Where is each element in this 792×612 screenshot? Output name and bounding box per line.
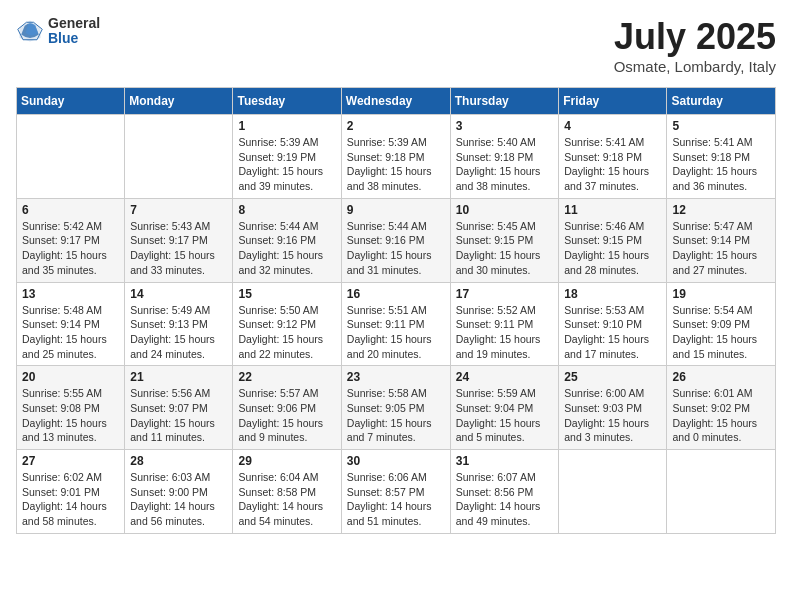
weekday-header: Friday — [559, 88, 667, 115]
calendar-day-cell: 3Sunrise: 5:40 AM Sunset: 9:18 PM Daylig… — [450, 115, 559, 199]
day-number: 6 — [22, 203, 119, 217]
calendar-day-cell: 5Sunrise: 5:41 AM Sunset: 9:18 PM Daylig… — [667, 115, 776, 199]
day-detail: Sunrise: 5:50 AM Sunset: 9:12 PM Dayligh… — [238, 303, 335, 362]
calendar-day-cell: 4Sunrise: 5:41 AM Sunset: 9:18 PM Daylig… — [559, 115, 667, 199]
location: Osmate, Lombardy, Italy — [614, 58, 776, 75]
day-detail: Sunrise: 5:44 AM Sunset: 9:16 PM Dayligh… — [347, 219, 445, 278]
calendar-day-cell: 6Sunrise: 5:42 AM Sunset: 9:17 PM Daylig… — [17, 198, 125, 282]
calendar-week-row: 27Sunrise: 6:02 AM Sunset: 9:01 PM Dayli… — [17, 450, 776, 534]
calendar-day-cell: 27Sunrise: 6:02 AM Sunset: 9:01 PM Dayli… — [17, 450, 125, 534]
weekday-header: Tuesday — [233, 88, 341, 115]
calendar-day-cell: 9Sunrise: 5:44 AM Sunset: 9:16 PM Daylig… — [341, 198, 450, 282]
day-number: 5 — [672, 119, 770, 133]
month-title: July 2025 — [614, 16, 776, 58]
day-detail: Sunrise: 5:39 AM Sunset: 9:19 PM Dayligh… — [238, 135, 335, 194]
calendar-week-row: 6Sunrise: 5:42 AM Sunset: 9:17 PM Daylig… — [17, 198, 776, 282]
day-number: 28 — [130, 454, 227, 468]
page-header: General Blue July 2025 Osmate, Lombardy,… — [16, 16, 776, 75]
calendar-day-cell — [667, 450, 776, 534]
calendar-day-cell: 23Sunrise: 5:58 AM Sunset: 9:05 PM Dayli… — [341, 366, 450, 450]
calendar-day-cell: 17Sunrise: 5:52 AM Sunset: 9:11 PM Dayli… — [450, 282, 559, 366]
calendar-day-cell: 8Sunrise: 5:44 AM Sunset: 9:16 PM Daylig… — [233, 198, 341, 282]
logo-general-text: General — [48, 16, 100, 31]
day-detail: Sunrise: 5:51 AM Sunset: 9:11 PM Dayligh… — [347, 303, 445, 362]
calendar-week-row: 13Sunrise: 5:48 AM Sunset: 9:14 PM Dayli… — [17, 282, 776, 366]
weekday-header: Monday — [125, 88, 233, 115]
day-number: 15 — [238, 287, 335, 301]
calendar-day-cell: 25Sunrise: 6:00 AM Sunset: 9:03 PM Dayli… — [559, 366, 667, 450]
calendar-day-cell — [125, 115, 233, 199]
day-number: 27 — [22, 454, 119, 468]
day-number: 21 — [130, 370, 227, 384]
day-detail: Sunrise: 5:52 AM Sunset: 9:11 PM Dayligh… — [456, 303, 554, 362]
day-detail: Sunrise: 5:49 AM Sunset: 9:13 PM Dayligh… — [130, 303, 227, 362]
calendar-day-cell: 15Sunrise: 5:50 AM Sunset: 9:12 PM Dayli… — [233, 282, 341, 366]
day-number: 2 — [347, 119, 445, 133]
calendar-day-cell: 14Sunrise: 5:49 AM Sunset: 9:13 PM Dayli… — [125, 282, 233, 366]
day-number: 29 — [238, 454, 335, 468]
day-detail: Sunrise: 5:43 AM Sunset: 9:17 PM Dayligh… — [130, 219, 227, 278]
day-number: 8 — [238, 203, 335, 217]
calendar-day-cell: 11Sunrise: 5:46 AM Sunset: 9:15 PM Dayli… — [559, 198, 667, 282]
calendar-day-cell: 31Sunrise: 6:07 AM Sunset: 8:56 PM Dayli… — [450, 450, 559, 534]
weekday-header: Wednesday — [341, 88, 450, 115]
day-detail: Sunrise: 6:02 AM Sunset: 9:01 PM Dayligh… — [22, 470, 119, 529]
day-number: 13 — [22, 287, 119, 301]
day-number: 30 — [347, 454, 445, 468]
calendar-day-cell — [17, 115, 125, 199]
day-number: 26 — [672, 370, 770, 384]
calendar-day-cell: 22Sunrise: 5:57 AM Sunset: 9:06 PM Dayli… — [233, 366, 341, 450]
day-detail: Sunrise: 5:58 AM Sunset: 9:05 PM Dayligh… — [347, 386, 445, 445]
calendar-table: SundayMondayTuesdayWednesdayThursdayFrid… — [16, 87, 776, 534]
day-detail: Sunrise: 6:04 AM Sunset: 8:58 PM Dayligh… — [238, 470, 335, 529]
logo-blue-text: Blue — [48, 31, 100, 46]
day-detail: Sunrise: 5:48 AM Sunset: 9:14 PM Dayligh… — [22, 303, 119, 362]
calendar-day-cell: 10Sunrise: 5:45 AM Sunset: 9:15 PM Dayli… — [450, 198, 559, 282]
day-detail: Sunrise: 5:44 AM Sunset: 9:16 PM Dayligh… — [238, 219, 335, 278]
day-number: 23 — [347, 370, 445, 384]
calendar-week-row: 1Sunrise: 5:39 AM Sunset: 9:19 PM Daylig… — [17, 115, 776, 199]
day-number: 14 — [130, 287, 227, 301]
day-number: 20 — [22, 370, 119, 384]
day-number: 18 — [564, 287, 661, 301]
day-number: 22 — [238, 370, 335, 384]
day-detail: Sunrise: 5:55 AM Sunset: 9:08 PM Dayligh… — [22, 386, 119, 445]
weekday-header: Sunday — [17, 88, 125, 115]
calendar-day-cell: 21Sunrise: 5:56 AM Sunset: 9:07 PM Dayli… — [125, 366, 233, 450]
day-detail: Sunrise: 5:57 AM Sunset: 9:06 PM Dayligh… — [238, 386, 335, 445]
day-number: 16 — [347, 287, 445, 301]
calendar-day-cell: 18Sunrise: 5:53 AM Sunset: 9:10 PM Dayli… — [559, 282, 667, 366]
calendar-day-cell: 28Sunrise: 6:03 AM Sunset: 9:00 PM Dayli… — [125, 450, 233, 534]
calendar-day-cell: 19Sunrise: 5:54 AM Sunset: 9:09 PM Dayli… — [667, 282, 776, 366]
logo-icon — [16, 17, 44, 45]
day-detail: Sunrise: 5:56 AM Sunset: 9:07 PM Dayligh… — [130, 386, 227, 445]
day-number: 7 — [130, 203, 227, 217]
day-detail: Sunrise: 5:41 AM Sunset: 9:18 PM Dayligh… — [564, 135, 661, 194]
day-detail: Sunrise: 6:07 AM Sunset: 8:56 PM Dayligh… — [456, 470, 554, 529]
weekday-header: Thursday — [450, 88, 559, 115]
day-detail: Sunrise: 5:41 AM Sunset: 9:18 PM Dayligh… — [672, 135, 770, 194]
day-number: 25 — [564, 370, 661, 384]
calendar-header-row: SundayMondayTuesdayWednesdayThursdayFrid… — [17, 88, 776, 115]
weekday-header: Saturday — [667, 88, 776, 115]
calendar-day-cell: 16Sunrise: 5:51 AM Sunset: 9:11 PM Dayli… — [341, 282, 450, 366]
calendar-day-cell: 30Sunrise: 6:06 AM Sunset: 8:57 PM Dayli… — [341, 450, 450, 534]
day-detail: Sunrise: 6:06 AM Sunset: 8:57 PM Dayligh… — [347, 470, 445, 529]
day-number: 9 — [347, 203, 445, 217]
calendar-week-row: 20Sunrise: 5:55 AM Sunset: 9:08 PM Dayli… — [17, 366, 776, 450]
day-detail: Sunrise: 6:01 AM Sunset: 9:02 PM Dayligh… — [672, 386, 770, 445]
day-detail: Sunrise: 6:03 AM Sunset: 9:00 PM Dayligh… — [130, 470, 227, 529]
logo: General Blue — [16, 16, 100, 47]
day-detail: Sunrise: 5:42 AM Sunset: 9:17 PM Dayligh… — [22, 219, 119, 278]
day-number: 17 — [456, 287, 554, 301]
day-detail: Sunrise: 5:39 AM Sunset: 9:18 PM Dayligh… — [347, 135, 445, 194]
day-number: 1 — [238, 119, 335, 133]
calendar-day-cell: 2Sunrise: 5:39 AM Sunset: 9:18 PM Daylig… — [341, 115, 450, 199]
calendar-day-cell: 1Sunrise: 5:39 AM Sunset: 9:19 PM Daylig… — [233, 115, 341, 199]
calendar-day-cell: 24Sunrise: 5:59 AM Sunset: 9:04 PM Dayli… — [450, 366, 559, 450]
day-detail: Sunrise: 5:47 AM Sunset: 9:14 PM Dayligh… — [672, 219, 770, 278]
day-number: 12 — [672, 203, 770, 217]
day-number: 31 — [456, 454, 554, 468]
day-number: 19 — [672, 287, 770, 301]
calendar-day-cell: 26Sunrise: 6:01 AM Sunset: 9:02 PM Dayli… — [667, 366, 776, 450]
